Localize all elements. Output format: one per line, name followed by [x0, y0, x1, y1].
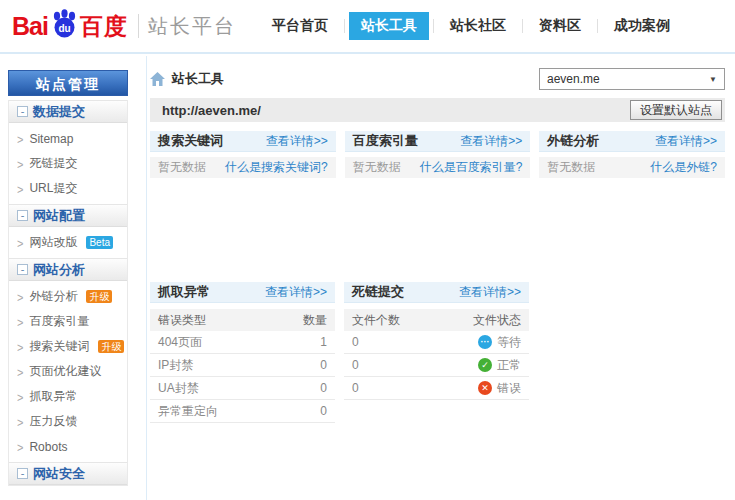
- status-cell: ✕ 错误: [478, 380, 521, 397]
- sidebar-item-label: 搜索关键词: [29, 338, 89, 355]
- sidebar-item-pressure-feedback[interactable]: > 压力反馈: [9, 409, 127, 434]
- sidebar-item-backlink-analysis[interactable]: > 外链分析 升级: [9, 284, 127, 309]
- logo-platform-name: 站长平台: [148, 13, 236, 40]
- home-icon[interactable]: [150, 72, 165, 86]
- section-label: 网站配置: [33, 207, 85, 225]
- error-type-label: IP封禁: [158, 357, 193, 374]
- empty-data-label: 暂无数据: [353, 159, 401, 176]
- sidebar-item-label: Sitemap: [29, 132, 73, 146]
- panel-title: 外链分析: [547, 132, 599, 150]
- table-row: 0 ✓ 正常: [344, 354, 529, 377]
- sidebar-item-search-keywords[interactable]: > 搜索关键词 升级: [9, 334, 127, 359]
- view-details-link[interactable]: 查看详情>>: [460, 133, 522, 150]
- sidebar-item-baidu-index[interactable]: > 百度索引量: [9, 309, 127, 334]
- sidebar-item-label: 压力反馈: [29, 413, 77, 430]
- table-row: 404页面 1: [150, 331, 335, 354]
- ok-status-icon: ✓: [478, 358, 492, 372]
- sidebar-title-site-management: 站点管理: [8, 70, 128, 96]
- sidebar-section-site-security[interactable]: - 网站安全: [9, 462, 127, 485]
- baidu-logo[interactable]: Bai du 百度 站长平台: [12, 8, 236, 44]
- sidebar-item-site-revamp[interactable]: > 网站改版 Beta: [9, 230, 127, 255]
- status-label: 正常: [497, 357, 521, 374]
- view-details-link[interactable]: 查看详情>>: [266, 133, 328, 150]
- collapse-icon[interactable]: -: [17, 106, 28, 117]
- panel-header: 外链分析 查看详情>>: [539, 131, 725, 152]
- panel-empty-row: 暂无数据 什么是外链?: [539, 157, 725, 178]
- svg-text:du: du: [58, 23, 70, 34]
- sidebar-item-label: Robots: [29, 440, 67, 454]
- collapse-icon[interactable]: -: [17, 264, 28, 275]
- sidebar-item-sitemap[interactable]: > Sitemap: [9, 126, 127, 151]
- view-details-link[interactable]: 查看详情>>: [459, 284, 521, 301]
- sidebar-section-data-submit[interactable]: - 数据提交: [9, 100, 127, 123]
- panel-backlink-analysis: 外链分析 查看详情>> 暂无数据 什么是外链?: [539, 131, 725, 178]
- nav-item-community[interactable]: 站长社区: [438, 12, 518, 40]
- panel-title: 搜索关键词: [158, 132, 223, 150]
- site-select-dropdown[interactable]: aeven.me ▼: [539, 68, 725, 90]
- panel-title: 抓取异常: [158, 283, 210, 301]
- collapse-icon[interactable]: -: [17, 210, 28, 221]
- chevron-right-icon: >: [17, 439, 23, 453]
- collapse-icon[interactable]: -: [17, 468, 28, 479]
- section-items: > Sitemap > 死链提交 > URL提交: [9, 123, 127, 204]
- section-label: 网站分析: [33, 261, 85, 279]
- section-items: > 网站改版 Beta: [9, 227, 127, 258]
- help-link[interactable]: 什么是搜索关键词?: [225, 159, 328, 176]
- breadcrumb: 站长工具 aeven.me ▼: [150, 66, 725, 92]
- logo-baidu-cn: 百度: [80, 11, 128, 42]
- nav-divider: [522, 19, 523, 33]
- chevron-right-icon: >: [17, 414, 23, 428]
- file-count-value: 0: [352, 381, 359, 395]
- sidebar-section-site-analysis[interactable]: - 网站分析: [9, 258, 127, 281]
- sidebar: 站点管理 - 数据提交 > Sitemap > 死链提交 > URL提交 - 网…: [8, 70, 128, 486]
- table-header: 错误类型 数量: [150, 309, 335, 331]
- table-row: 0 ··· 等待: [344, 331, 529, 354]
- column-file-status: 文件状态: [473, 312, 521, 329]
- sidebar-item-label: 网站改版: [29, 234, 77, 251]
- panel-empty-row: 暂无数据 什么是百度索引量?: [345, 157, 531, 178]
- status-cell: ✓ 正常: [478, 357, 521, 374]
- view-details-link[interactable]: 查看详情>>: [265, 284, 327, 301]
- sidebar-item-url-submit[interactable]: > URL提交: [9, 176, 127, 201]
- overview-panel-row: 搜索关键词 查看详情>> 暂无数据 什么是搜索关键词? 百度索引量 查看详情>>…: [150, 131, 725, 178]
- nav-item-success-cases[interactable]: 成功案例: [602, 12, 682, 40]
- sidebar-item-label: 死链提交: [29, 155, 77, 172]
- error-count-value: 0: [320, 404, 327, 418]
- view-details-link[interactable]: 查看详情>>: [655, 133, 717, 150]
- nav-item-home[interactable]: 平台首页: [260, 12, 340, 40]
- help-link[interactable]: 什么是外链?: [650, 159, 717, 176]
- nav-divider: [597, 19, 598, 33]
- top-header: Bai du 百度 站长平台 平台首页 站长工具 站长社区 资料区 成功案例: [0, 0, 735, 54]
- sidebar-item-page-optimization[interactable]: > 页面优化建议: [9, 359, 127, 384]
- section-label: 数据提交: [33, 103, 85, 121]
- upgrade-badge: 升级: [98, 340, 124, 353]
- column-count: 数量: [303, 312, 327, 329]
- nav-item-webmaster-tools[interactable]: 站长工具: [349, 12, 429, 40]
- nav-item-resources[interactable]: 资料区: [527, 12, 593, 40]
- baidu-paw-icon: du: [49, 8, 79, 44]
- section-items: > 外链分析 升级 > 百度索引量 > 搜索关键词 升级 > 页面优化建议 > …: [9, 281, 127, 462]
- sidebar-item-crawl-errors[interactable]: > 抓取异常: [9, 384, 127, 409]
- error-type-label: 404页面: [158, 334, 202, 351]
- chevron-right-icon: >: [17, 156, 23, 170]
- chevron-right-icon: >: [17, 364, 23, 378]
- table-panel-row: 抓取异常 查看详情>> 错误类型 数量 404页面 1 IP封禁 0 UA封禁 …: [150, 282, 529, 423]
- site-select-value: aeven.me: [547, 72, 600, 86]
- upgrade-badge: 升级: [86, 290, 112, 303]
- sidebar-item-deadlink-submit[interactable]: > 死链提交: [9, 151, 127, 176]
- error-count-value: 0: [320, 381, 327, 395]
- waiting-status-icon: ···: [478, 335, 492, 349]
- table-row: IP封禁 0: [150, 354, 335, 377]
- file-count-value: 0: [352, 358, 359, 372]
- sidebar-section-site-config[interactable]: - 网站配置: [9, 204, 127, 227]
- sidebar-item-label: 外链分析: [29, 288, 77, 305]
- page-title: 站长工具: [172, 70, 224, 88]
- chevron-right-icon: >: [17, 389, 23, 403]
- error-type-label: UA封禁: [158, 380, 199, 397]
- sidebar-item-robots[interactable]: > Robots: [9, 434, 127, 459]
- panel-deadlink-submit: 死链提交 查看详情>> 文件个数 文件状态 0 ··· 等待 0 ✓ 正常: [344, 282, 529, 423]
- main-content: 站长工具 aeven.me ▼ http://aeven.me/ 设置默认站点 …: [150, 66, 725, 423]
- set-default-site-button[interactable]: 设置默认站点: [630, 100, 722, 120]
- empty-data-label: 暂无数据: [547, 159, 595, 176]
- help-link[interactable]: 什么是百度索引量?: [420, 159, 523, 176]
